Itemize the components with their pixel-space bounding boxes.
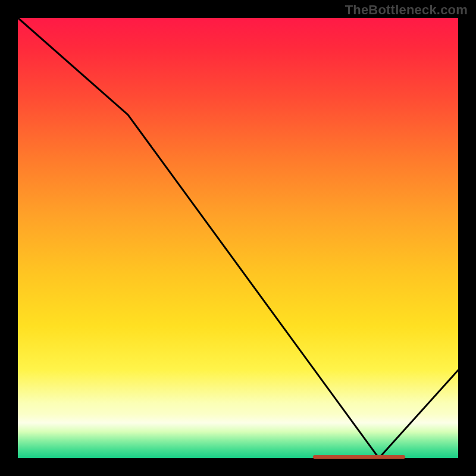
highlight-bar — [313, 455, 405, 459]
chart-frame: TheBottleneck.com — [0, 0, 476, 476]
chart-overlay — [18, 18, 458, 458]
watermark-text: TheBottleneck.com — [345, 2, 468, 18]
curve-line — [18, 18, 458, 458]
